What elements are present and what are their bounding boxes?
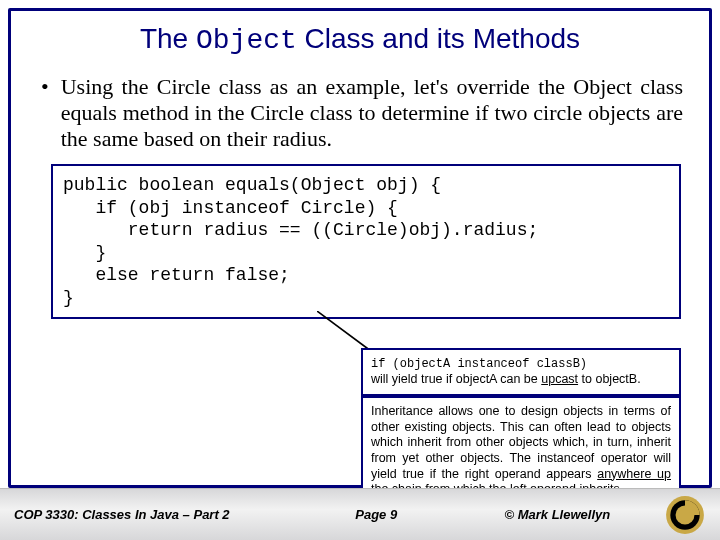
code-text: public boolean equals(Object obj) { if (… [63,175,538,308]
content-frame: The Object Class and its Methods • Using… [8,8,712,488]
sidebox2-ul: anywhere up [597,467,671,481]
title-post: Class and its Methods [297,23,580,54]
sidebox1-t2: to objectB. [578,372,641,386]
slide: The Object Class and its Methods • Using… [0,0,720,540]
sidebox1-ul: upcast [541,372,578,386]
sidebox-instanceof: if (objectA instanceof classB) will yiel… [361,348,681,396]
bullet-text: Using the Circle class as an example, le… [61,74,683,152]
ucf-logo-icon [664,494,706,536]
sidebox1-code: if (objectA instanceof classB) [371,357,587,371]
sidebox1-t1: will yield true if objectA can be [371,372,541,386]
bullet-dot: • [41,74,49,152]
title-mono: Object [196,25,297,56]
footer-page: Page 9 [296,507,457,522]
bullet-item: • Using the Circle class as an example, … [41,74,683,152]
title-pre: The [140,23,196,54]
footer-copyright: © Mark Llewellyn [457,507,658,522]
footer-bar: COP 3330: Classes In Java – Part 2 Page … [0,488,720,540]
slide-title: The Object Class and its Methods [11,23,709,56]
footer-course: COP 3330: Classes In Java – Part 2 [14,507,296,522]
code-box: public boolean equals(Object obj) { if (… [51,164,681,319]
